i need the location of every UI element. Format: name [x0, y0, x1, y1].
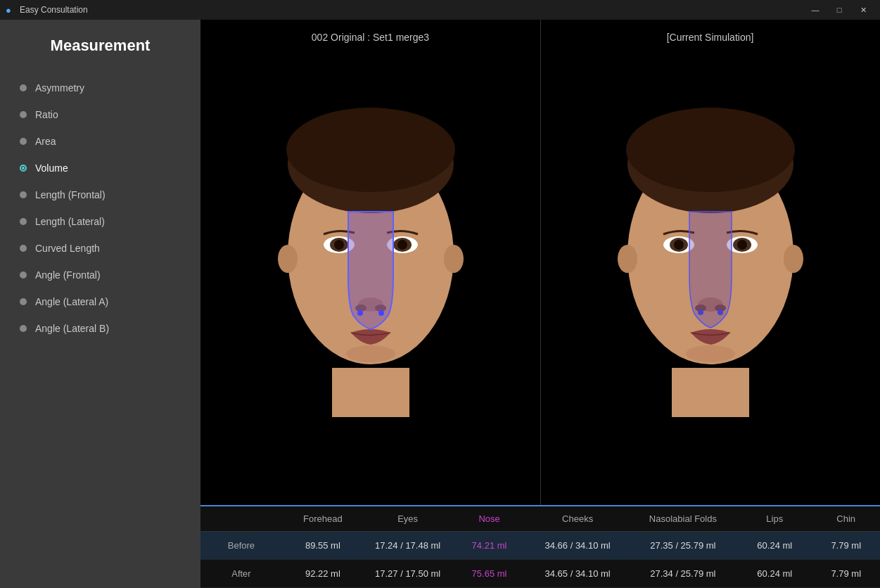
td-before-cheeks: 34.66 / 34.10 ml [527, 540, 629, 551]
td-after-label: After [200, 568, 282, 579]
th-eyes: Eyes [364, 513, 452, 524]
td-before-label: Before [200, 540, 282, 551]
minimize-button[interactable]: — [804, 3, 827, 17]
svg-point-38 [698, 309, 703, 315]
left-view-label: 002 Original : Set1 merge3 [312, 32, 429, 43]
dot-volume [20, 165, 27, 172]
app-title: Easy Consultation [20, 5, 804, 15]
close-button[interactable]: ✕ [852, 3, 874, 17]
td-before-lips: 60.24 ml [737, 540, 812, 551]
td-before-nasolabial: 27.35 / 25.79 ml [629, 540, 738, 551]
dot-angle-lateral-a [20, 298, 27, 305]
sidebar-title: Measurement [0, 20, 200, 75]
right-face-container [612, 108, 809, 417]
th-nose: Nose [452, 513, 526, 524]
th-chin: Chin [812, 513, 880, 524]
td-before-forehead: 89.55 ml [282, 540, 364, 551]
right-nose-overlay [612, 108, 809, 417]
table-header-row: Forehead Eyes Nose Cheeks Nasolabial Fol… [200, 506, 880, 532]
td-before-eyes: 17.24 / 17.48 ml [364, 540, 452, 551]
dot-angle-frontal [20, 271, 27, 279]
window-controls: — □ ✕ [804, 3, 874, 17]
sidebar-item-volume[interactable]: Volume [0, 155, 200, 181]
dot-length-frontal [20, 191, 27, 198]
maximize-button[interactable]: □ [828, 3, 850, 17]
titlebar: ● Easy Consultation — □ ✕ [0, 0, 880, 20]
td-after-nasolabial: 27.34 / 25.79 ml [629, 568, 738, 579]
th-nasolabial: Nasolabial Folds [629, 513, 738, 524]
sidebar-item-length-lateral[interactable]: Length (Lateral) [0, 208, 200, 235]
td-after-lips: 60.24 ml [737, 568, 812, 579]
svg-point-39 [718, 309, 723, 315]
svg-point-19 [378, 310, 384, 316]
sidebar-item-length-frontal[interactable]: Length (Frontal) [0, 181, 200, 208]
td-after-eyes: 17.27 / 17.50 ml [364, 568, 452, 579]
svg-point-18 [357, 310, 363, 316]
sidebar-item-angle-lateral-a[interactable]: Angle (Lateral A) [0, 288, 200, 315]
sidebar-item-curved-length[interactable]: Curved Length [0, 235, 200, 262]
th-forehead: Forehead [282, 513, 364, 524]
dot-asymmetry [20, 84, 27, 91]
table-row-before: Before 89.55 ml 17.24 / 17.48 ml 74.21 m… [200, 532, 880, 560]
sidebar-item-area[interactable]: Area [0, 128, 200, 155]
td-after-chin: 7.79 ml [812, 568, 880, 579]
td-before-nose: 74.21 ml [452, 540, 526, 551]
view-area: 002 Original : Set1 merge3 [Current Simu… [200, 20, 880, 505]
dot-angle-lateral-b [20, 325, 27, 332]
left-face-container [272, 108, 469, 417]
app-icon: ● [6, 5, 15, 15]
sidebar: Measurement Asymmetry Ratio Area Volume … [0, 20, 200, 588]
sidebar-item-angle-lateral-b[interactable]: Angle (Lateral B) [0, 315, 200, 342]
td-after-nose: 75.65 ml [452, 568, 526, 579]
table-row-after: After 92.22 ml 17.27 / 17.50 ml 75.65 ml… [200, 560, 880, 588]
dot-area [20, 138, 27, 145]
right-face-view[interactable] [540, 20, 880, 505]
dot-ratio [20, 111, 27, 118]
main-layout: Measurement Asymmetry Ratio Area Volume … [0, 20, 880, 588]
sidebar-item-angle-frontal[interactable]: Angle (Frontal) [0, 262, 200, 288]
td-after-cheeks: 34.65 / 34.10 ml [527, 568, 629, 579]
td-after-forehead: 92.22 ml [282, 568, 364, 579]
th-lips: Lips [737, 513, 812, 524]
dot-length-lateral [20, 218, 27, 225]
content-area: 002 Original : Set1 merge3 [Current Simu… [200, 20, 880, 588]
td-before-chin: 7.79 ml [812, 540, 880, 551]
sidebar-item-asymmetry[interactable]: Asymmetry [0, 75, 200, 101]
left-face-view[interactable] [200, 20, 540, 505]
right-view-label: [Current Simulation] [667, 32, 754, 43]
data-table: Forehead Eyes Nose Cheeks Nasolabial Fol… [200, 505, 880, 588]
dot-curved-length [20, 245, 27, 252]
th-cheeks: Cheeks [527, 513, 629, 524]
left-nose-overlay [272, 108, 469, 417]
sidebar-item-ratio[interactable]: Ratio [0, 101, 200, 128]
